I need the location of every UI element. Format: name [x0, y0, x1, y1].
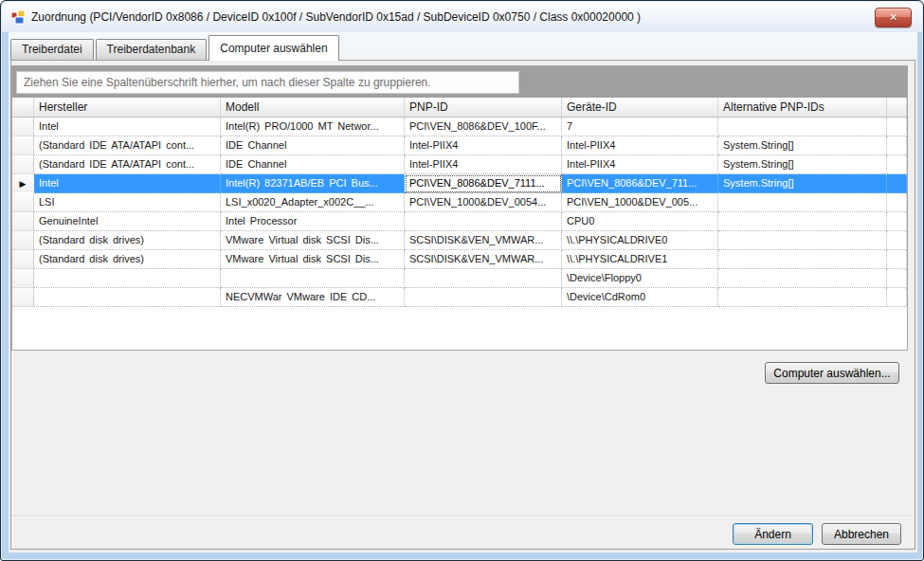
column-header-modell[interactable]: Modell [221, 98, 405, 118]
tab-label: Computer auswählen [220, 42, 327, 55]
grid-cell[interactable] [405, 288, 562, 307]
grid-cell[interactable]: (Standard IDE ATA/ATAPI cont... [34, 155, 221, 174]
grid-body: IntelIntel(R) PRO/1000 MT Networ...PCI\V… [12, 118, 907, 307]
grid-cell[interactable]: \Device\CdRom0 [562, 288, 718, 307]
grid-cell[interactable] [405, 269, 562, 288]
group-by-drop-zone[interactable]: Ziehen Sie eine Spaltenüberschrift hierh… [12, 66, 907, 98]
grid-cell[interactable] [221, 269, 405, 288]
column-header-alternative-pnp-ids[interactable]: Alternative PNP-IDs [718, 98, 887, 118]
grid-cell[interactable] [718, 231, 887, 250]
grid-cell[interactable]: NECVMWar VMware IDE CD... [221, 288, 405, 307]
grid-cell[interactable]: IDE Channel [221, 136, 405, 155]
grid-cell[interactable]: \Device\Floppy0 [562, 269, 718, 288]
grid-cell[interactable]: SCSI\DISK&VEN_VMWAR... [405, 250, 562, 269]
table-row[interactable]: ▶IntelIntel(R) 82371AB/EB PCI Bus...PCI\… [12, 174, 907, 193]
row-header[interactable] [12, 155, 34, 174]
grid-filler-cell [887, 231, 907, 250]
row-header[interactable] [12, 212, 34, 231]
table-row[interactable]: (Standard disk drives)VMware Virtual dis… [12, 231, 907, 250]
dialog-window: Zuordnung (PCI/VendorID 0x8086 / DeviceI… [0, 0, 924, 561]
cancel-button[interactable]: Abbrechen [822, 523, 901, 545]
title-bar[interactable]: Zuordnung (PCI/VendorID 0x8086 / DeviceI… [2, 2, 922, 32]
grid-cell[interactable]: CPU0 [562, 212, 718, 231]
table-row[interactable]: \Device\Floppy0 [12, 269, 907, 288]
row-header[interactable] [12, 136, 34, 155]
grid-cell[interactable]: PCI\VEN_1000&DEV_005... [562, 193, 718, 212]
grid-cell[interactable]: VMware Virtual disk SCSI Dis... [221, 250, 405, 269]
grid-cell[interactable]: System.String[] [718, 155, 887, 174]
group-by-hint: Ziehen Sie eine Spaltenüberschrift hierh… [16, 71, 519, 94]
grid-cell[interactable]: Intel-PIIX4 [562, 155, 718, 174]
close-button[interactable]: ✕ [875, 8, 912, 27]
row-header[interactable] [12, 288, 34, 307]
grid-cell[interactable]: System.String[] [718, 174, 887, 193]
grid-cell[interactable]: IDE Channel [221, 155, 405, 174]
grid-cell[interactable] [718, 193, 887, 212]
change-button[interactable]: Ändern [733, 523, 813, 545]
grid-cell[interactable]: Intel [34, 118, 221, 136]
tab-treiberdatenbank[interactable]: Treiberdatenbank [96, 39, 208, 60]
grid-cell[interactable]: VMware Virtual disk SCSI Dis... [221, 231, 405, 250]
grid-cell[interactable] [718, 118, 887, 136]
grid-cell[interactable]: Intel-PIIX4 [405, 155, 562, 174]
grid-cell[interactable]: Intel(R) 82371AB/EB PCI Bus... [221, 174, 405, 193]
row-header[interactable] [12, 193, 34, 212]
grid-cell[interactable] [718, 250, 887, 269]
grid-cell[interactable]: Intel-PIIX4 [405, 136, 562, 155]
table-row[interactable]: GenuineIntelIntel ProcessorCPU0 [12, 212, 907, 231]
row-header[interactable] [12, 231, 34, 250]
grid-filler-cell [887, 269, 907, 288]
grid-cell[interactable]: \\.\PHYSICALDRIVE0 [562, 231, 718, 250]
grid-cell[interactable]: GenuineIntel [34, 212, 221, 231]
table-row[interactable]: LSILSI_x0020_Adapter_x002C__...PCI\VEN_1… [12, 193, 907, 212]
tab-treiberdatei[interactable]: Treiberdatei [10, 39, 94, 60]
grid-cell[interactable]: PCI\VEN_1000&DEV_0054... [405, 193, 562, 212]
grid-cell[interactable]: Intel Processor [221, 212, 405, 231]
grid-filler-cell [887, 212, 907, 231]
grid-filler-cell [887, 193, 907, 212]
column-header-filler [887, 98, 907, 118]
grid-cell[interactable]: (Standard disk drives) [34, 231, 221, 250]
grid-cell[interactable]: (Standard disk drives) [34, 250, 221, 269]
grid-cell[interactable]: (Standard IDE ATA/ATAPI cont... [34, 136, 221, 155]
grid-filler-cell [887, 136, 907, 155]
row-header-corner [12, 98, 34, 118]
column-header-geraete-id[interactable]: Geräte-ID [562, 98, 718, 118]
row-header[interactable] [12, 269, 34, 288]
row-header[interactable] [12, 118, 34, 136]
grid-filler-cell [887, 118, 907, 136]
grid-cell[interactable]: LSI_x0020_Adapter_x002C__... [221, 193, 405, 212]
grid-area: Hersteller Modell PNP-ID Geräte-ID Alter… [12, 98, 907, 350]
grid-cell[interactable]: Intel(R) PRO/1000 MT Networ... [221, 118, 405, 136]
grid-cell[interactable]: Intel [34, 174, 221, 193]
table-row[interactable]: IntelIntel(R) PRO/1000 MT Networ...PCI\V… [12, 118, 907, 136]
tab-computer-auswaehlen[interactable]: Computer auswählen [208, 35, 338, 61]
grid-filler-cell [887, 174, 907, 193]
grid-cell[interactable] [34, 288, 221, 307]
grid-header-row: Hersteller Modell PNP-ID Geräte-ID Alter… [12, 98, 907, 118]
column-header-hersteller[interactable]: Hersteller [34, 98, 221, 118]
grid-cell[interactable] [718, 288, 887, 307]
table-row[interactable]: (Standard IDE ATA/ATAPI cont...IDE Chann… [12, 155, 907, 174]
grid-cell[interactable] [718, 212, 887, 231]
grid-cell[interactable]: System.String[] [718, 136, 887, 155]
grid-cell[interactable] [405, 212, 562, 231]
table-row[interactable]: (Standard disk drives)VMware Virtual dis… [12, 250, 907, 269]
grid-cell[interactable]: PCI\VEN_8086&DEV_711... [562, 174, 718, 193]
grid-cell[interactable] [718, 269, 887, 288]
grid-cell[interactable]: LSI [34, 193, 221, 212]
grid-cell[interactable]: SCSI\DISK&VEN_VMWAR... [405, 231, 562, 250]
grid-cell[interactable]: Intel-PIIX4 [562, 136, 718, 155]
select-computer-button[interactable]: Computer auswählen... [765, 362, 899, 384]
row-header-current[interactable]: ▶ [12, 174, 34, 193]
table-row[interactable]: NECVMWar VMware IDE CD...\Device\CdRom0 [12, 288, 907, 307]
column-header-pnp-id[interactable]: PNP-ID [405, 98, 562, 118]
grid-cell[interactable]: PCI\VEN_8086&DEV_7111... [405, 174, 562, 193]
grid-cell[interactable]: PCI\VEN_8086&DEV_100F... [405, 118, 562, 136]
row-header[interactable] [12, 250, 34, 269]
grid-cell[interactable]: 7 [562, 118, 718, 136]
table-row[interactable]: (Standard IDE ATA/ATAPI cont...IDE Chann… [12, 136, 907, 155]
grid-cell[interactable]: \\.\PHYSICALDRIVE1 [562, 250, 718, 269]
grid-cell[interactable] [34, 269, 221, 288]
tab-label: Treiberdatenbank [107, 43, 196, 56]
